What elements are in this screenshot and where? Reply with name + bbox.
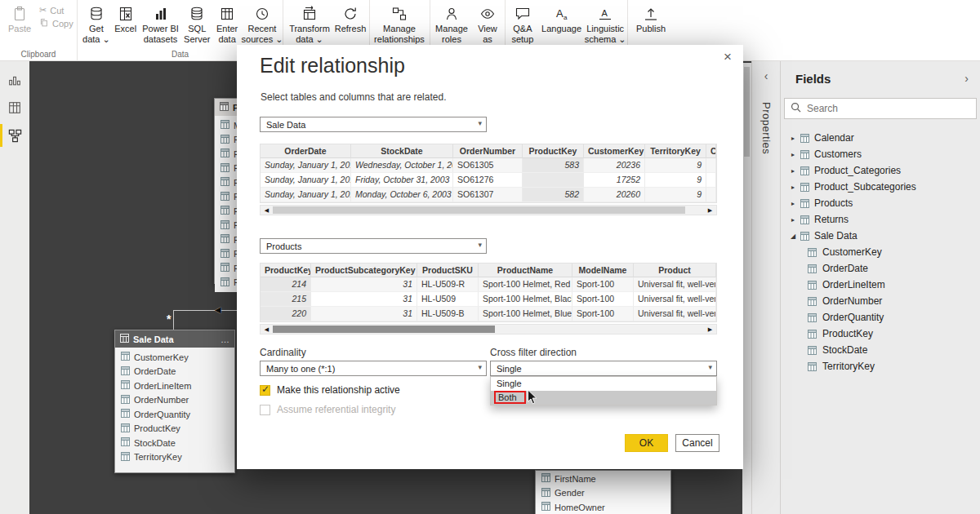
field-item[interactable]: ProductKey	[781, 326, 980, 342]
chevron-right-icon[interactable]: ▸	[787, 216, 799, 224]
copy-icon	[39, 18, 49, 29]
model-view-icon	[7, 128, 23, 144]
table2-selector[interactable]: Products ▾	[260, 238, 487, 254]
field-item[interactable]: TerritoryKey	[781, 358, 980, 374]
field-item[interactable]: StockDate	[781, 342, 980, 358]
manage-roles-button[interactable]: Manage roles	[430, 3, 473, 44]
field-item[interactable]: ProductKey	[115, 422, 234, 436]
excel-button[interactable]: Excel	[112, 3, 140, 34]
publish-button[interactable]: Publish	[628, 3, 674, 34]
scroll-right-icon[interactable]: ▶	[704, 325, 716, 334]
cardinality-dropdown[interactable]: Many to one (*:1) ▾	[260, 361, 487, 376]
properties-pane-title[interactable]: Properties	[760, 102, 773, 154]
recent-sources-button[interactable]: Recent sources ⌄	[242, 3, 283, 44]
data-view-button[interactable]	[0, 95, 29, 120]
qa-setup-button[interactable]: Q&A setup	[506, 3, 540, 44]
scrollbar-thumb[interactable]	[744, 67, 750, 157]
checkbox-checked-icon[interactable]: ✓	[260, 385, 270, 396]
field-item[interactable]: OrderDate	[115, 365, 234, 379]
field-table-item[interactable]: ▸ Products	[781, 195, 980, 211]
chevron-right-icon[interactable]: ▸	[787, 184, 799, 191]
linguistic-icon: A	[597, 3, 613, 24]
field-item[interactable]: Gender	[536, 486, 670, 501]
sql-server-button[interactable]: SQL Server	[181, 3, 212, 44]
scroll-right-icon[interactable]: ▶	[704, 206, 716, 215]
fields-tree: ▸ Calendar ▸ Customers	[781, 130, 980, 374]
field-item[interactable]: OrderLineItem	[781, 277, 980, 293]
scroll-left-icon[interactable]: ◀	[261, 206, 273, 215]
powerbi-app: Paste ✂ Cut Copy Clipboard	[0, 0, 980, 514]
bar-chart-icon	[153, 3, 169, 24]
field-item[interactable]: HomeOwner	[536, 500, 670, 514]
expand-properties-icon[interactable]: ‹	[752, 69, 780, 82]
table1-selector[interactable]: Sale Data ▾	[260, 117, 487, 132]
chevron-right-icon[interactable]: ▸	[787, 200, 799, 207]
partial-table-bottom[interactable]: FirstName Gender HomeOwner	[535, 470, 671, 514]
cancel-button[interactable]: Cancel	[675, 434, 719, 452]
option-both[interactable]: Both	[491, 391, 716, 405]
field-table-item[interactable]: ▸ Calendar	[781, 130, 980, 146]
field-item[interactable]: OrderNumber	[781, 293, 980, 309]
field-table-icon	[541, 488, 550, 498]
linguistic-schema-button[interactable]: A Linguistic schema ⌄	[583, 3, 627, 44]
table2-hscrollbar[interactable]: ◀ ▶	[260, 324, 717, 335]
field-table-item[interactable]: ▸ Product_Subcategories	[781, 179, 980, 195]
cut-button[interactable]: ✂ Cut	[39, 5, 74, 16]
field-item[interactable]: FirstName	[536, 472, 670, 486]
table-grid-icon	[219, 3, 235, 24]
field-item[interactable]: OrderLineItem	[115, 379, 234, 393]
make-active-checkbox[interactable]: ✓ Make this relationship active	[260, 384, 400, 396]
chevron-expanded-icon[interactable]: ◢	[787, 233, 799, 240]
transform-data-button[interactable]: Transform data ⌄	[287, 3, 332, 44]
field-table-item-expanded[interactable]: ◢ Sale Data	[781, 228, 980, 244]
ok-button[interactable]: OK	[625, 434, 668, 452]
card-menu-icon[interactable]: …	[220, 335, 229, 344]
model-view-button[interactable]	[0, 123, 29, 148]
table1-hscrollbar[interactable]: ◀ ▶	[260, 205, 717, 215]
search-input[interactable]	[807, 103, 970, 114]
paste-button[interactable]: Paste	[5, 3, 34, 34]
crossfilter-dropdown[interactable]: Single ▾	[490, 361, 717, 376]
field-table-item[interactable]: ▸ Returns	[781, 211, 980, 228]
chevron-right-icon[interactable]: ▸	[787, 135, 799, 142]
sale-data-table-card[interactable]: Sale Data … CustomerKey	[114, 330, 235, 473]
transform-icon	[301, 3, 318, 24]
powerbi-datasets-button[interactable]: Power BI datasets	[140, 3, 182, 44]
view-as-button[interactable]: View as	[473, 3, 502, 44]
field-item[interactable]: OrderNumber	[115, 393, 234, 408]
field-item[interactable]: CustomerKey	[115, 350, 234, 365]
collapse-fields-icon[interactable]: ›	[964, 72, 969, 85]
manage-relationships-button[interactable]: Manage relationships	[370, 3, 429, 44]
scroll-left-icon[interactable]: ◀	[261, 325, 273, 334]
option-single[interactable]: Single	[491, 377, 716, 391]
fields-search-box[interactable]	[784, 98, 977, 119]
field-table-icon	[121, 352, 130, 362]
scrollbar-thumb[interactable]	[273, 326, 495, 333]
field-item[interactable]: OrderQuantity	[781, 309, 980, 326]
canvas-vertical-scrollbar[interactable]	[742, 63, 751, 514]
field-item[interactable]: CustomerKey	[781, 244, 980, 260]
copy-button[interactable]: Copy	[39, 18, 74, 29]
field-item[interactable]: OrderDate	[781, 260, 980, 277]
speech-bubble-icon	[514, 3, 531, 24]
chevron-right-icon[interactable]: ▸	[787, 151, 799, 158]
chevron-right-icon[interactable]: ▸	[787, 167, 799, 175]
field-item[interactable]: TerritoryKey	[115, 450, 234, 465]
field-table-icon	[220, 163, 229, 174]
publish-icon	[643, 3, 659, 24]
field-table-item[interactable]: ▸ Customers	[781, 146, 980, 162]
report-view-icon	[7, 73, 22, 87]
close-icon[interactable]: ×	[724, 50, 732, 64]
language-button[interactable]: Aa Language	[540, 3, 584, 34]
field-item[interactable]: StockDate	[115, 436, 234, 450]
field-item[interactable]: OrderQuantity	[115, 407, 234, 422]
get-data-button[interactable]: Get data ⌄	[81, 3, 112, 44]
refresh-button[interactable]: Refresh	[332, 3, 368, 34]
relationships-icon	[391, 3, 408, 24]
paste-icon	[11, 3, 28, 24]
scrollbar-thumb[interactable]	[273, 206, 685, 214]
relationship-line[interactable]	[173, 310, 240, 311]
enter-data-button[interactable]: Enter data	[212, 3, 242, 44]
report-view-button[interactable]	[0, 68, 29, 92]
field-table-item[interactable]: ▸ Product_Categories	[781, 162, 980, 179]
